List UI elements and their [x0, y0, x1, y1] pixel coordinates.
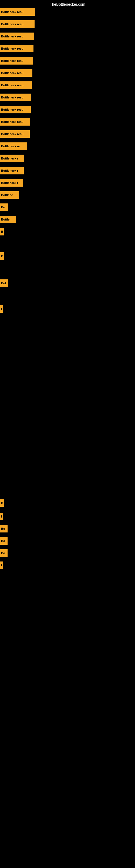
- bar-label: Bottleneck resu: [0, 57, 33, 65]
- bar-item: B: [0, 228, 4, 236]
- bar-item: Bottleneck resu: [0, 69, 32, 77]
- bar-label: Bo: [0, 204, 8, 211]
- bar-label: Bo: [0, 525, 8, 532]
- bar-item: Bottleneck resu: [0, 94, 31, 101]
- bar-label: I: [0, 513, 3, 520]
- bar-item: Bottleneck resu: [0, 20, 35, 28]
- bar-item: Bottlene: [0, 191, 19, 199]
- bar-item: B: [0, 499, 4, 507]
- bar-item: Bot: [0, 279, 8, 287]
- bar-label: Bottleneck resu: [0, 82, 32, 89]
- bar-item: Bottleneck resu: [0, 118, 30, 126]
- bar-item: Bottleneck resu: [0, 57, 33, 65]
- bar-label: Bottleneck re: [0, 143, 27, 150]
- bar-label: Bottleneck resu: [0, 8, 35, 16]
- site-title: TheBottlenecker.com: [0, 0, 135, 8]
- bar-item: I: [0, 305, 3, 313]
- bar-item: Bottle: [0, 216, 16, 223]
- bar-item: Bottleneck resu: [0, 82, 32, 89]
- bar-label: Bottleneck resu: [0, 69, 32, 77]
- bar-label: B: [0, 252, 4, 260]
- bar-item: Bottleneck re: [0, 143, 27, 150]
- bar-item: Bottleneck resu: [0, 33, 34, 40]
- bar-label: I: [0, 561, 3, 569]
- bar-item: Bottleneck r: [0, 179, 23, 187]
- bar-label: Bottleneck resu: [0, 94, 31, 101]
- bar-item: I: [0, 513, 3, 520]
- bar-item: Bo: [0, 537, 8, 545]
- bar-label: I: [0, 305, 3, 313]
- bar-label: Bottleneck r: [0, 155, 24, 162]
- bar-item: Bottleneck r: [0, 155, 24, 162]
- bar-item: I: [0, 561, 3, 569]
- bar-label: Bottleneck resu: [0, 45, 34, 52]
- bar-item: Bottleneck resu: [0, 106, 31, 113]
- bar-label: Bottleneck resu: [0, 20, 35, 28]
- bar-item: Bottleneck resu: [0, 130, 30, 138]
- bar-item: Bo: [0, 204, 8, 211]
- bar-label: Bottleneck r: [0, 179, 23, 187]
- bar-label: Bottle: [0, 216, 16, 223]
- bar-label: Bot: [0, 279, 8, 287]
- bar-label: Bottleneck resu: [0, 118, 30, 126]
- bar-item: Bottleneck resu: [0, 8, 35, 16]
- bar-label: Bo: [0, 537, 8, 545]
- bar-label: Bottlene: [0, 191, 19, 199]
- bar-item: B: [0, 252, 4, 260]
- bar-item: Bottleneck resu: [0, 45, 34, 52]
- bar-label: Bottleneck resu: [0, 33, 34, 40]
- bar-item: Bottleneck r: [0, 167, 24, 175]
- bar-item: Bo: [0, 525, 8, 532]
- bar-label: Bo: [0, 549, 8, 557]
- bar-item: Bo: [0, 549, 8, 557]
- bar-label: B: [0, 499, 4, 507]
- bar-label: B: [0, 228, 4, 236]
- bar-label: Bottleneck resu: [0, 130, 30, 138]
- bar-label: Bottleneck resu: [0, 106, 31, 113]
- bar-label: Bottleneck r: [0, 167, 24, 175]
